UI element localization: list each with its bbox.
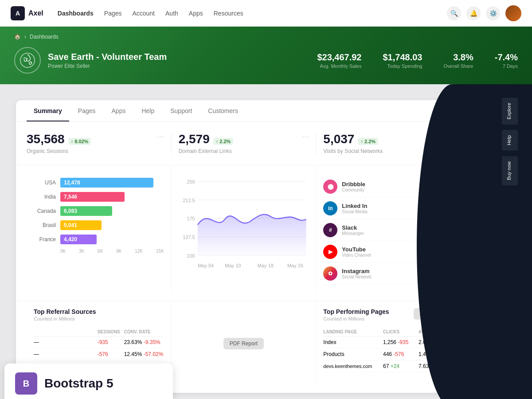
table-row: Index 1,256 -935 2.63 -1.35: [323, 336, 454, 348]
brand[interactable]: A Axel: [11, 6, 43, 20]
bar: 4,420: [60, 235, 97, 244]
pdf-report-button-pages[interactable]: PDF Report: [414, 308, 454, 320]
charts-row: USA 12,478 India 7,546 Canad: [16, 165, 472, 301]
bar-row-canada: Canada 6,083: [34, 206, 164, 216]
tab-summary[interactable]: Summary: [27, 100, 69, 121]
navbar: A Axel Dashboards Pages Account Auth App…: [0, 0, 532, 27]
bar-label: Canada: [34, 208, 56, 214]
breadcrumb-separator: ›: [24, 34, 26, 40]
metric-value: 35,568: [27, 132, 65, 146]
svg-text:May 18: May 18: [257, 263, 273, 268]
bootstrap-text: Bootstrap 5: [44, 376, 113, 391]
metric-value: 5,037: [323, 132, 354, 146]
svg-text:212.5: 212.5: [183, 198, 195, 203]
social-row-slack: # Slack Messanger 794 ↑0.2%: [323, 219, 454, 241]
breadcrumb-current: Dashboards: [30, 34, 59, 40]
section-subtitle: Counted in Millions: [34, 316, 96, 321]
social-type: Messanger: [342, 231, 422, 236]
section-title: Top Performing Pages: [323, 308, 389, 315]
help-button[interactable]: Help: [502, 130, 518, 151]
bar-x-labels: 0K 3K 6K 9K 12K 15K: [34, 249, 164, 254]
bar-row-brasil: Brasil 5,041: [34, 220, 164, 230]
social-name: Instagram: [342, 268, 418, 274]
nav-links: Dashboards Pages Account Auth Apps Resou…: [58, 10, 243, 17]
social-change: ↑4.1%: [436, 248, 454, 255]
hero-stats: $23,467.92 Avg. Monthly Sales $1,748.03 …: [317, 52, 518, 69]
svg-text:137.5: 137.5: [183, 235, 195, 240]
nav-account[interactable]: Account: [132, 10, 155, 17]
social-networks-section: ⬤ Dribbble Community 579 ↑2.6% in Link: [316, 165, 461, 292]
nav-resources[interactable]: Resources: [214, 10, 243, 17]
team-logo: [14, 47, 41, 74]
tabs: Summary Pages Apps Help Support Customer…: [16, 100, 472, 121]
stat-today-spending: $1,748.03 Today Spending: [383, 52, 422, 69]
social-name: YouTube: [342, 246, 422, 253]
explore-button[interactable]: Explore: [502, 98, 518, 125]
nav-pages[interactable]: Pages: [104, 10, 122, 17]
stat-overall-share: 3.8% Overall Share: [443, 52, 473, 69]
brand-name: Axel: [28, 9, 43, 17]
slack-icon: #: [323, 223, 337, 237]
stat-label: 7 Days: [495, 63, 518, 69]
nav-dashboards[interactable]: Dashboards: [58, 10, 94, 17]
social-count: 1,088: [418, 205, 433, 212]
tab-help[interactable]: Help: [134, 100, 161, 121]
social-row-youtube: ▶ YouTube Video Channel 978 ↑4.1%: [323, 241, 454, 263]
buy-now-button[interactable]: Buy now: [502, 156, 518, 185]
instagram-icon: ✿: [323, 266, 337, 281]
home-icon[interactable]: 🏠: [14, 34, 21, 40]
bar-label: India: [34, 194, 56, 200]
social-type: Community: [342, 188, 422, 192]
social-list: ⬤ Dribbble Community 579 ↑2.6% in Link: [323, 176, 454, 285]
social-row-instagram: ✿ Instagram Social Network 1,458 ↑8.3%: [323, 263, 454, 285]
metric-organic-sessions: 35,568 8.02% Organic Sessions ···: [27, 132, 172, 154]
search-icon[interactable]: 🔍: [447, 6, 461, 20]
more-options-icon[interactable]: ···: [157, 132, 164, 141]
metric-value: 2,579: [179, 132, 210, 146]
stat-7days: -7.4% 7 Days: [495, 52, 518, 69]
bar-row-india: India 7,546: [34, 192, 164, 202]
seller-badge: Power Elite Seller: [48, 63, 167, 69]
tab-customers[interactable]: Customers: [201, 100, 245, 121]
social-count: 579: [423, 184, 433, 190]
svg-text:May 04: May 04: [198, 263, 214, 268]
social-info: Instagram Social Network: [342, 268, 418, 279]
metric-external-links: 2,579 2.2% Domain External Links ···: [172, 132, 317, 154]
social-info: Dribbble Community: [342, 181, 422, 192]
social-row-dribbble: ⬤ Dribbble Community 579 ↑2.6%: [323, 176, 454, 198]
bar-container: 6,083: [60, 206, 164, 216]
bar-container: 7,546: [60, 192, 164, 202]
more-options-icon[interactable]: ···: [302, 132, 309, 141]
pdf-section: PDF Report: [172, 301, 317, 386]
notifications-icon[interactable]: 🔔: [466, 6, 481, 20]
more-options-icon[interactable]: ···: [447, 132, 454, 141]
tab-support[interactable]: Support: [163, 100, 199, 121]
social-count: 794: [423, 227, 433, 234]
top-pages-section: Top Performing Pages Counted in Millions…: [316, 301, 461, 386]
tab-apps[interactable]: Apps: [105, 100, 133, 121]
nav-auth[interactable]: Auth: [165, 10, 178, 17]
hero-text: Save Earth - Volunteer Team Power Elite …: [48, 52, 167, 69]
stat-value: -7.4%: [495, 52, 518, 63]
youtube-icon: ▶: [323, 245, 337, 259]
line-chart-section: 250 212.5 175 137.5 100: [172, 165, 317, 292]
stat-monthly-sales: $23,467.92 Avg. Monthly Sales: [317, 52, 361, 69]
tab-pages[interactable]: Pages: [71, 100, 103, 121]
pdf-report-button[interactable]: PDF Report: [223, 338, 264, 349]
hero-content: Save Earth - Volunteer Team Power Elite …: [14, 47, 518, 74]
metric-social-visits: 5,037 2.2% Visits by Social Networks ···: [316, 132, 461, 154]
settings-icon[interactable]: ⚙️: [486, 6, 500, 20]
svg-text:250: 250: [187, 179, 195, 184]
metric-label: Organic Sessions: [27, 148, 91, 154]
bar-container: 4,420: [60, 235, 164, 244]
social-type: Video Channel: [342, 253, 422, 258]
bar-label: USA: [34, 180, 56, 186]
avatar-img: [505, 5, 521, 21]
bar: 6,083: [60, 206, 112, 216]
brand-icon: A: [11, 6, 25, 20]
nav-apps[interactable]: Apps: [189, 10, 203, 17]
stat-label: Avg. Monthly Sales: [317, 63, 361, 69]
avatar[interactable]: [505, 5, 521, 21]
bar-row-france: France 4,420: [34, 235, 164, 244]
social-count: 978: [423, 249, 433, 255]
